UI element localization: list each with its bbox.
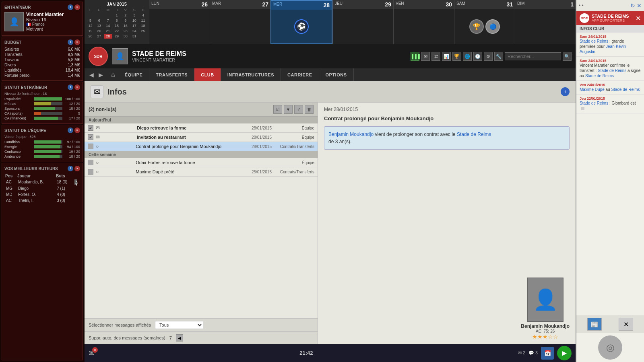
settings-icon[interactable]: ⚙ — [484, 52, 493, 61]
table-row[interactable]: ○ Odair Fortes retrouve la forme Équipe — [85, 158, 318, 167]
mobile-refresh-icon[interactable]: ↻ — [630, 2, 635, 9]
table-row[interactable]: ✓ ✉ Diego retrouve la forme 28/01/2015 É… — [85, 123, 318, 133]
cal-cell[interactable]: 19 — [86, 29, 95, 33]
scorers-close-btn[interactable]: × — [74, 166, 80, 171]
msg-checkbox[interactable]: ✓ — [88, 134, 93, 140]
select-all-btn[interactable]: ☑ — [273, 105, 282, 114]
cal-cell[interactable]: 13 — [95, 23, 103, 28]
cal-cell[interactable]: 4 — [139, 13, 147, 18]
auto-delete-dec-btn[interactable]: ◀ — [176, 334, 183, 341]
tools-icon[interactable]: 🔧 — [494, 52, 503, 61]
transfer-icon[interactable]: ⇄ — [431, 52, 440, 61]
mobile-close-tab-btn[interactable]: ✕ — [619, 318, 633, 331]
search-input[interactable] — [505, 52, 561, 60]
tab-infrastructures[interactable]: INFRASTRUCTURES — [221, 68, 281, 81]
globe-icon[interactable]: 🌐 — [463, 52, 472, 61]
cal-cell[interactable]: 12 — [86, 23, 95, 28]
filter-btn[interactable]: ▼ — [284, 105, 293, 114]
cal-cell[interactable]: 22 — [113, 29, 121, 33]
scroll-up-btn[interactable]: ▲ — [74, 179, 77, 182]
trainer-status-close-btn[interactable]: × — [74, 84, 80, 90]
cal-cell[interactable]: 15 — [113, 23, 121, 28]
cal-cell[interactable]: 30 — [121, 34, 130, 39]
info-icon-btn[interactable]: i — [561, 87, 570, 96]
cal-cell-today[interactable]: 28 — [104, 34, 112, 39]
msg-checkbox[interactable] — [88, 169, 93, 175]
schedule-btn[interactable]: 📅 — [541, 347, 554, 360]
cal-cell[interactable]: 17 — [130, 23, 138, 28]
cal-cell[interactable]: 24 — [130, 29, 138, 33]
cal-cell[interactable]: 31 — [130, 34, 138, 39]
scorers-info-btn[interactable]: i — [68, 166, 73, 171]
team-status-close-btn[interactable]: × — [74, 128, 80, 133]
search-btn[interactable]: 🔍 — [563, 52, 572, 61]
cal-cell[interactable]: 10 — [130, 18, 138, 23]
cal-cell[interactable]: 3 — [130, 13, 138, 18]
cal-cell[interactable]: 2 — [121, 13, 130, 18]
mobile-close-icon[interactable]: ✕ — [637, 2, 642, 9]
day-col-mer[interactable]: MER 28 ⚽ — [270, 0, 332, 44]
scroll-down-btn[interactable]: ▼ — [74, 182, 77, 185]
day-col-lun[interactable]: LUN 26 — [149, 0, 210, 44]
table-row[interactable]: ○ Maxime Dupé prêté 25/01/2015 Contrats/… — [85, 167, 318, 177]
filter-select[interactable]: Tous Équipe Transferts Contrats — [155, 321, 203, 329]
table-row[interactable]: ○ Contrat prolongé pour Benjamin Moukand… — [85, 142, 318, 151]
tab-transferts[interactable]: TRANSFERTS — [149, 68, 194, 81]
cal-cell[interactable]: 16 — [121, 23, 130, 28]
play-btn[interactable]: ▶ — [557, 346, 572, 360]
cal-cell[interactable] — [104, 13, 112, 18]
msg-checkbox[interactable] — [88, 160, 93, 165]
mobile-scroll[interactable]: ◎ — [598, 335, 622, 360]
trainer-close-btn[interactable]: × — [74, 4, 80, 10]
cal-cell[interactable]: 25 — [139, 29, 147, 33]
club-link[interactable]: Stade de Reims — [457, 132, 491, 137]
tab-equipe[interactable]: ÉQUIPE — [118, 68, 150, 81]
tab-club[interactable]: CLUB — [194, 68, 221, 81]
cal-cell[interactable]: 1 — [113, 13, 121, 18]
mail-icon[interactable]: ✉ — [421, 52, 430, 61]
cal-cell[interactable]: 7 — [104, 18, 112, 23]
cal-cell[interactable]: 23 — [121, 29, 130, 33]
cal-cell[interactable]: 27 — [95, 34, 103, 39]
mark-read-btn[interactable]: ✓ — [294, 105, 303, 114]
cal-cell[interactable]: 14 — [104, 23, 112, 28]
cal-cell[interactable] — [139, 34, 147, 39]
cal-cell[interactable]: 6 — [95, 18, 103, 23]
day-col-jeu[interactable]: JEU 29 — [332, 0, 393, 44]
cal-cell[interactable] — [86, 13, 95, 18]
cal-cell[interactable]: 21 — [104, 29, 112, 33]
delete-btn[interactable]: 🗑 — [305, 105, 314, 114]
budget-close-btn[interactable]: × — [74, 39, 80, 45]
cal-cell[interactable]: 5 — [86, 18, 95, 23]
chart-icon[interactable]: 📊 — [442, 52, 451, 61]
mobile-close-btn[interactable]: ✕ — [636, 14, 641, 22]
nav-home-btn[interactable]: ⌂ — [108, 68, 118, 81]
cal-cell[interactable]: 29 — [113, 34, 121, 39]
budget-info-btn[interactable]: i — [68, 39, 73, 45]
tab-options[interactable]: OPTIONS — [319, 68, 354, 81]
nav-forward-btn[interactable]: ▶ — [97, 71, 105, 79]
cal-cell[interactable]: 8 — [113, 18, 121, 23]
clock-icon[interactable]: 🕐 — [473, 52, 482, 61]
trainer-status-info-btn[interactable]: i — [68, 84, 73, 90]
player-link[interactable]: Benjamin Moukandjo — [328, 132, 374, 137]
day-col-sam[interactable]: SAM 31 🏆 🔵 — [454, 0, 515, 44]
cal-cell[interactable]: 18 — [139, 23, 147, 28]
day-col-dim[interactable]: DIM 1 — [515, 0, 576, 44]
cal-cell[interactable]: 20 — [95, 29, 103, 33]
nav-back-btn[interactable]: ◀ — [88, 71, 95, 79]
trophy-icon[interactable]: 🏆 — [452, 52, 461, 61]
table-row[interactable]: ✓ ✉ Invitation au restaurant 28/01/2015 … — [85, 133, 318, 142]
trainer-info-btn[interactable]: i — [68, 4, 73, 10]
msg-checkbox[interactable] — [88, 144, 93, 149]
tab-carriere[interactable]: CARRIERE — [281, 68, 319, 81]
day-col-mar[interactable]: MAR 27 — [210, 0, 270, 44]
cal-cell[interactable] — [95, 13, 103, 18]
team-status-info-btn[interactable]: i — [68, 128, 73, 133]
day-col-ven[interactable]: VEN 30 — [393, 0, 454, 44]
cal-cell[interactable]: 11 — [139, 18, 147, 23]
mobile-news-tab-btn[interactable]: 📰 — [587, 318, 602, 331]
msg-checkbox[interactable]: ✓ — [88, 125, 93, 131]
cal-cell[interactable]: 26 — [86, 34, 95, 39]
cal-cell[interactable]: 9 — [121, 18, 130, 23]
